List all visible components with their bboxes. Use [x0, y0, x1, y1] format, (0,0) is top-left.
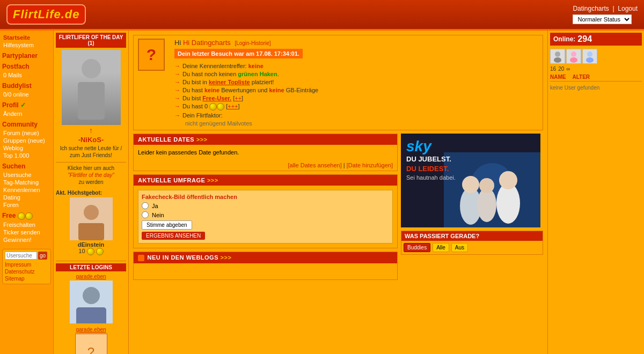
- was-passiert-title: WAS PASSIERT GERADE?: [401, 231, 543, 241]
- sidebar-item-hilfesystem[interactable]: Hilfesystem: [2, 41, 51, 49]
- bullet-5: →: [174, 95, 180, 101]
- username-link[interactable]: Hi Datingcharts: [183, 39, 231, 47]
- sidebar-bottom: go Impressum Datenschutz Sitemap: [2, 249, 51, 284]
- weblogs-content: [134, 263, 397, 279]
- keine-topliste: keiner Topliste: [209, 79, 250, 85]
- add-date-link[interactable]: [Date hinzufügen]: [347, 162, 393, 168]
- flirtlifer-column: FLIRTLIFER OF THE DAY (1) ↑ -NiKoS- Ich …: [54, 31, 129, 354]
- alle-button[interactable]: Alle: [433, 243, 449, 252]
- sidebar-section-suchen: Suchen: [2, 163, 51, 170]
- coins-link[interactable]: +++: [228, 103, 238, 109]
- sidebar-item-forum[interactable]: Forum (neue): [2, 129, 51, 137]
- hoechstgebot-name: dEinstein: [56, 241, 126, 248]
- sidebar-section-free: Free: [2, 212, 51, 220]
- svg-point-0: [82, 59, 101, 78]
- svg-point-3: [84, 205, 99, 220]
- sidebar-item-aendern[interactable]: Ändern: [2, 110, 51, 117]
- free-user-label: Free-User.: [202, 95, 231, 101]
- result-button[interactable]: ERGEBNIS ANSEHEN: [142, 232, 205, 240]
- datingcharts-link[interactable]: Datingcharts: [573, 5, 609, 12]
- radio-nein-input[interactable]: [142, 211, 149, 218]
- status-select[interactable]: Normaler Status Unsichtbar Abwesend: [573, 14, 632, 24]
- sidebar-item-gewinnen[interactable]: Gewinnen!: [2, 236, 51, 244]
- info-item-1: → Deine Kennenlerntreffer: keine: [174, 63, 538, 69]
- sky-line4: Sei hautnah dabei.: [406, 174, 456, 181]
- login-user-1-name[interactable]: garade.eben: [56, 274, 126, 279]
- dates-arrow[interactable]: >>>: [196, 136, 208, 143]
- sidebar-item-tag-matching[interactable]: Tag-Matching: [2, 179, 51, 186]
- sidebar-item-mails[interactable]: 0 Mails: [2, 71, 51, 79]
- login-user-2[interactable]: garade.eben ?: [56, 327, 126, 354]
- sidebar-item-freischalten[interactable]: Freischalten: [2, 221, 51, 228]
- dates-title-bar: AKTUELLE DATES >>>: [134, 134, 397, 145]
- flirtlifer-name[interactable]: -NiKoS-: [56, 136, 126, 144]
- user-icon-1: [550, 49, 565, 64]
- sidebar: Startseite Hilfesystem Partyplaner Postf…: [0, 31, 54, 354]
- radio-ja-input[interactable]: [142, 202, 149, 209]
- buddies-button[interactable]: Buddies: [404, 243, 430, 252]
- impressum-link[interactable]: Impressum: [5, 262, 48, 268]
- login-history-link[interactable]: [Login-Historie]: [235, 40, 270, 46]
- name-sort[interactable]: NAME: [550, 74, 566, 80]
- sidebar-item-online[interactable]: 0/0 online: [2, 91, 51, 98]
- sidebar-item-startseite[interactable]: Startseite: [2, 34, 51, 41]
- search-input[interactable]: [5, 252, 37, 260]
- umfrage-inner: Fakecheck-Bild öffentlich machen Ja Nein…: [138, 190, 393, 244]
- search-go-button[interactable]: go: [38, 252, 47, 260]
- flirtlifer-click[interactable]: Klicke hier um auch "Flirtlifer of the d…: [56, 162, 126, 186]
- login-user-1[interactable]: garade.eben: [56, 274, 126, 323]
- dates-section: AKTUELLE DATES >>> Leider kein passendes…: [133, 134, 398, 171]
- age-label-20: 20: [558, 66, 564, 72]
- sidebar-item-ticker[interactable]: Ticker senden: [2, 228, 51, 236]
- aus-button[interactable]: Aus: [451, 243, 468, 252]
- datenschutz-link[interactable]: Datenschutz: [5, 269, 48, 275]
- login-user-2-name[interactable]: garade.eben: [56, 327, 126, 333]
- click-link[interactable]: "Flirtlifer of the day": [68, 172, 114, 178]
- vote-button[interactable]: Stimme abgeben: [142, 220, 192, 230]
- user-icons-row: [550, 49, 642, 64]
- svg-point-13: [499, 171, 517, 189]
- mid-left: AKTUELLE DATES >>> Leider kein passendes…: [133, 134, 398, 280]
- separator: |: [613, 5, 614, 12]
- dates-content: Leider kein passendes Date gefunden.: [134, 145, 397, 160]
- question-avatar[interactable]: ?: [138, 39, 165, 71]
- age-sort[interactable]: ALTER: [572, 74, 590, 80]
- col-headers: NAME ALTER: [550, 73, 642, 82]
- bullet-1: →: [174, 63, 180, 69]
- info-text-4: Du hast keine Bewertungen und keine GB-E…: [182, 87, 318, 93]
- sidebar-item-gruppen[interactable]: Gruppen (neue): [2, 137, 51, 144]
- weblogs-arrow[interactable]: >>>: [221, 254, 232, 261]
- sitemap-link[interactable]: Sitemap: [5, 276, 48, 282]
- flirtlifer-arrow: ↑: [56, 126, 126, 135]
- upgrade-link[interactable]: ++: [235, 95, 241, 101]
- logo-text: FlirtLife.de: [13, 8, 79, 21]
- sidebar-section-profil: Profil ✓: [2, 101, 51, 109]
- umfrage-title: AKTUELLE UMFRAGE: [138, 177, 205, 183]
- all-dates-link[interactable]: [alle Dates ansehen]: [288, 162, 341, 168]
- sidebar-item-usersuche[interactable]: Usersuche: [2, 171, 51, 179]
- age-row: 16 20 ∞: [550, 66, 642, 72]
- sidebar-item-foren[interactable]: Foren: [2, 201, 51, 209]
- umfrage-question-link[interactable]: Fakecheck-Bild öffentlich machen: [142, 194, 237, 200]
- sidebar-item-kennenlernen[interactable]: Kennenlernen: [2, 186, 51, 194]
- radio-ja: Ja: [142, 202, 389, 209]
- logo[interactable]: FlirtLife.de: [6, 4, 86, 25]
- hoechstgebot-title: Akt. Höchstgebot:: [56, 190, 126, 196]
- svg-point-17: [554, 57, 561, 63]
- logout-link[interactable]: Logout: [618, 5, 638, 12]
- hoechstgebot-person[interactable]: dEinstein 10: [56, 197, 126, 255]
- umfrage-arrow[interactable]: >>>: [207, 177, 218, 183]
- sidebar-item-top1000[interactable]: Top 1.000: [2, 152, 51, 159]
- coin-icon-4: [217, 103, 224, 110]
- info-text-1: Deine Kennenlerntreffer: keine: [182, 63, 264, 69]
- user-icon-3: [582, 49, 597, 64]
- age-label-16: 16: [550, 66, 556, 72]
- sidebar-item-dating[interactable]: Dating: [2, 194, 51, 201]
- svg-rect-4: [78, 223, 104, 240]
- flirtlifer-photo[interactable]: [62, 50, 121, 125]
- sidebar-item-weblog[interactable]: Weblog: [2, 144, 51, 152]
- info-item-6: → Du hast 0 [+++]: [174, 103, 538, 110]
- letzte-logins-title: LETZTE LOGINS: [56, 263, 126, 271]
- sky-brand: sky: [406, 138, 431, 155]
- online-label: Online:: [553, 35, 575, 43]
